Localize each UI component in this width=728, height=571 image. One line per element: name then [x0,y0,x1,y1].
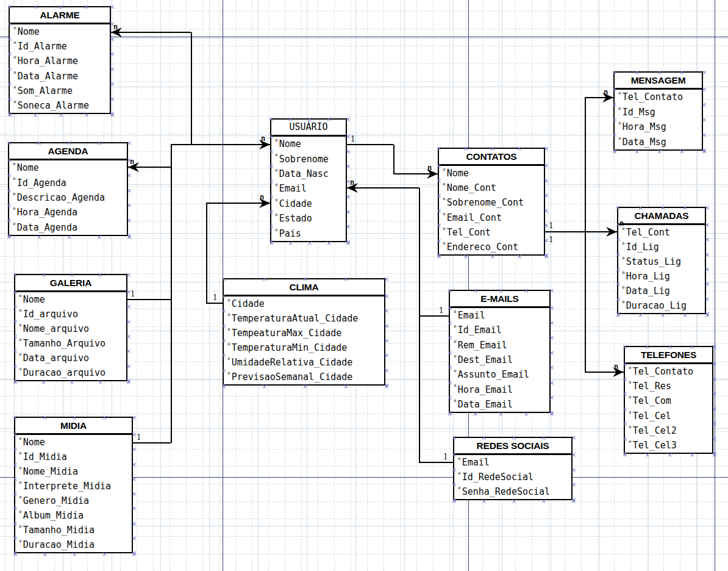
attribute-row[interactable]: °Tel_Contato [615,90,702,105]
connector-segment[interactable] [419,188,420,462]
attribute-row[interactable]: °Tel_Cel [625,409,712,423]
attribute-row[interactable]: °TemperaturaMin_Cidade [224,340,384,355]
attribute-row[interactable]: °Nome [271,137,346,151]
attribute-row[interactable]: °PrevisaoSemanal_Cidade [224,370,384,384]
attribute-row[interactable]: °Tel_Com [625,393,712,408]
attribute-row[interactable]: °Email [454,455,571,470]
attribute-row[interactable]: °Nome_Midia [15,464,132,479]
connector-segment[interactable] [419,462,453,463]
attribute-row[interactable]: °Data_Lig [618,284,705,298]
attribute-row[interactable]: °Id_Lig [618,240,705,254]
connector-segment[interactable] [206,203,207,303]
attribute-row[interactable]: °Interprete_Midia [15,479,132,494]
attribute-row[interactable]: °Album_Midia [15,508,132,523]
attribute-row[interactable]: °Id_Agenda [9,175,127,190]
entity-alarme[interactable]: ALARME°Nome°Id_Alarme°Hora_Alarme°Data_A… [9,6,111,114]
connector-segment[interactable] [127,299,171,300]
attribute-row[interactable]: °Soneca_Alarme [10,98,110,113]
connector-segment[interactable] [419,315,449,317]
attribute-row[interactable]: °Tamanho_Midia [15,523,132,537]
attribute-row[interactable]: °Descricao_Agenda [9,190,127,205]
attribute-row[interactable]: °TempeaturaMax_Cidade [224,326,384,340]
attribute-row[interactable]: °TemperaturaAtual_Cidade [224,311,384,326]
attribute-row[interactable]: °Genero_Midia [15,494,132,508]
attribute-row[interactable]: °Endereco_Cont [439,240,544,254]
connector-segment[interactable] [191,32,192,145]
attribute-row[interactable]: °Id_Msg [615,105,702,120]
entity-clima[interactable]: CLIMA°Cidade°TemperaturaAtual_Cidade°Tem… [223,278,385,386]
attribute-row[interactable]: °Nome [15,435,132,450]
attribute-row[interactable]: °Id_Midia [15,450,132,464]
attribute-row[interactable]: °Data_Msg [615,135,702,150]
attribute-row[interactable]: °Assunto_Email [450,367,549,382]
attribute-row[interactable]: °Hora_Email [450,382,549,397]
connector-segment[interactable] [347,144,393,145]
attribute-row[interactable]: °Hora_Agenda [9,205,127,220]
attribute-row[interactable]: °Som_Alarme [10,84,110,98]
attribute-row[interactable]: °Id_Email [450,323,549,337]
entity-telefones[interactable]: TELEFONES°Tel_Contato°Tel_Res°Tel_Com°Te… [624,346,713,454]
attribute-row[interactable]: °Duracao_Lig [618,298,705,313]
connector-segment[interactable] [545,231,617,232]
attribute-row[interactable]: °Id_RedeSocial [454,470,571,484]
entity-redes-sociais[interactable]: REDES SOCIAIS°Email°Id_RedeSocial°Senha_… [453,437,573,500]
attribute-row[interactable]: °Hora_Lig [618,269,705,284]
attribute-row[interactable]: °Nome [15,292,126,307]
entity-midia[interactable]: MIDIA°Nome°Id_Midia°Nome_Midia°Interpret… [14,417,133,553]
entity-galeria[interactable]: GALERIA°Nome°Id_arquivo°Nome_arquivo°Tam… [14,274,127,381]
connector-segment[interactable] [393,145,394,174]
attribute-row[interactable]: °Data_Alarme [10,69,110,84]
attribute-row[interactable]: °Nome [10,24,110,39]
attribute-row[interactable]: °Data_arquivo [15,351,126,365]
attribute-row[interactable]: °Tamanho_Arquivo [15,336,126,351]
attribute-row[interactable]: °Email [271,181,346,196]
entity-agenda[interactable]: AGENDA°Nome°Id_Agenda°Descricao_Agenda°H… [8,142,128,236]
attribute-row[interactable]: °Estado [271,211,346,226]
attribute-row[interactable]: °Senha_RedeSocial [454,484,571,499]
attribute-row[interactable]: °Email_Cont [439,210,544,225]
attribute-row[interactable]: °Data_Email [450,397,549,412]
connector-segment[interactable] [585,98,586,372]
connector-segment[interactable] [111,32,191,33]
connector-segment[interactable] [171,145,172,167]
entity-emails[interactable]: E-MAILS°Email°Id_Email°Rem_Email°Dest_Em… [449,290,551,413]
attribute-row[interactable]: °Cidade [224,296,384,311]
attribute-row[interactable]: °Tel_Cel2 [625,423,712,438]
connector-segment[interactable] [133,442,171,444]
attribute-row[interactable]: °Nome [439,166,544,181]
attribute-row[interactable]: °Dest_Email [450,353,549,367]
attribute-row[interactable]: °Tel_Res [625,379,712,393]
entity-chamadas[interactable]: CHAMADAS°Tel_Cont°Id_Lig°Status_Lig°Hora… [617,207,706,314]
connector-segment[interactable] [206,303,223,304]
connector-segment[interactable] [171,167,172,443]
attribute-row[interactable]: °Tel_Contato [625,364,712,379]
attribute-row[interactable]: °Email [450,308,549,323]
attribute-row[interactable]: °Sobrenome_Cont [439,195,544,210]
attribute-row[interactable]: °Nome_Cont [439,181,544,195]
connector-segment[interactable] [347,187,419,189]
attribute-row[interactable]: °Data_Agenda [9,220,127,235]
entity-contatos[interactable]: CONTATOS°Nome°Nome_Cont°Sobrenome_Cont°E… [438,148,545,256]
attribute-row[interactable]: °Id_arquivo [15,307,126,321]
attribute-row[interactable]: °Tel_Cel3 [625,438,712,453]
attribute-row[interactable]: °Status_Lig [618,254,705,269]
entity-usuario[interactable]: USUÁRIO°Nome°Sobrenome°Data_Nasc°Email°C… [270,118,347,242]
attribute-row[interactable]: °UmidadeRelativa_Cidade [224,355,384,370]
attribute-row[interactable]: °Hora_Msg [615,120,702,135]
attribute-row[interactable]: °Duracao_arquivo [15,365,126,380]
attribute-row[interactable]: °Tel_Cont [618,225,705,240]
connector-segment[interactable] [171,144,270,145]
attribute-row[interactable]: °Data_Nasc [271,167,346,181]
attribute-row[interactable]: °Hora_Alarme [10,54,110,68]
attribute-row[interactable]: °Cidade [271,196,346,211]
attribute-row[interactable]: °Rem_Email [450,338,549,353]
connector-segment[interactable] [206,203,270,204]
attribute-row[interactable]: °Tel_Cont [439,225,544,240]
attribute-row[interactable]: °Duracao_Midia [15,537,132,552]
attribute-row[interactable]: °Nome [9,160,127,175]
attribute-row[interactable]: °Pais [271,226,346,241]
diagram-canvas[interactable]: nnn11n11nn111n1nnALARME°Nome°Id_Alarme°H… [0,0,728,571]
attribute-row[interactable]: °Id_Alarme [10,39,110,54]
attribute-row[interactable]: °Sobrenome [271,151,346,166]
attribute-row[interactable]: °Nome_arquivo [15,321,126,336]
